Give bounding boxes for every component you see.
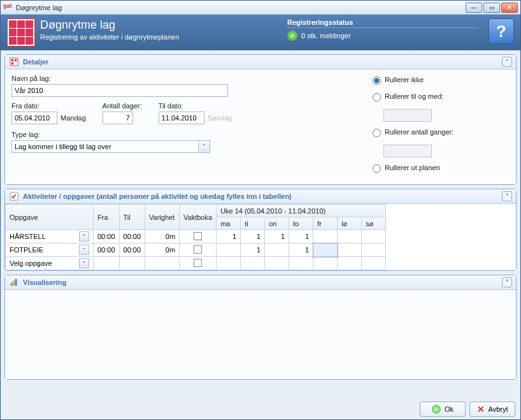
col-varighet[interactable]: Varighet <box>145 205 180 230</box>
rullerer-ut-radio[interactable]: Rullerer ut planen <box>369 163 510 173</box>
svg-rect-3 <box>11 62 14 65</box>
day-value-cell[interactable] <box>289 257 313 270</box>
col-fra[interactable]: Fra <box>94 205 120 230</box>
fra-cell[interactable]: 00:00 <box>94 243 120 257</box>
day-value-cell[interactable]: 1 <box>217 230 241 243</box>
aktiviteter-collapse[interactable]: ˄ <box>502 191 512 201</box>
task-grid: Oppgave Fra Til Varighet Vaktboka Uke 14… <box>5 204 386 270</box>
day-value-cell[interactable] <box>362 257 386 270</box>
day-value-cell[interactable] <box>241 257 265 270</box>
col-oppgave[interactable]: Oppgave <box>6 205 94 230</box>
calendar-icon <box>7 18 35 47</box>
vaktboka-cell[interactable] <box>180 230 217 243</box>
fra-dato-input[interactable] <box>11 112 57 124</box>
type-select[interactable] <box>11 140 199 153</box>
ok-button[interactable]: ✓ Ok <box>420 402 466 417</box>
day-value-cell[interactable]: 1 <box>241 243 265 257</box>
varighet-cell[interactable]: 0m <box>145 243 180 257</box>
type-dropdown-button[interactable]: ˅ <box>199 140 210 153</box>
day-value-cell[interactable] <box>338 257 362 270</box>
rullerer-antall-radio[interactable]: Rullerer antall ganger: <box>369 127 510 137</box>
vaktboka-cell[interactable] <box>180 243 217 257</box>
task-cell[interactable]: HÅRSTELL˅ <box>6 230 94 243</box>
footer: ✓ Ok ✕ Avbryt <box>420 402 515 417</box>
rullerer-ikke-radio[interactable]: Rullerer ikke <box>369 75 510 85</box>
day-value-cell[interactable]: 1 <box>241 230 265 243</box>
fra-cell[interactable]: 00:00 <box>94 230 120 243</box>
day-header[interactable]: to <box>289 217 313 230</box>
task-dropdown[interactable]: ˅ <box>79 231 89 242</box>
task-cell[interactable]: FOTPLEIE˅ <box>6 243 94 257</box>
type-label: Type lag: <box>11 131 369 138</box>
window: gat Døgnrytme lag — ▭ ✕ Døgnrytme lag Re… <box>0 0 521 420</box>
aktiviteter-header[interactable]: Aktiviteter / oppgaver (antall personer … <box>5 189 516 204</box>
svg-rect-2 <box>15 59 17 62</box>
day-value-cell[interactable]: 1 <box>289 243 313 257</box>
day-header[interactable]: fr <box>313 217 338 230</box>
week-header: Uke 14 (05.04.2010 - 11.04.2010) <box>217 205 386 217</box>
visualisering-collapse[interactable]: ˄ <box>502 277 512 287</box>
antall-label: Antall dager: <box>103 102 142 110</box>
day-value-cell[interactable] <box>313 230 338 243</box>
day-header[interactable]: sø <box>362 217 386 230</box>
ok-icon: ✓ <box>432 405 441 414</box>
navn-input[interactable] <box>11 84 228 97</box>
rullerer-til-radio[interactable]: Rullerer til og med: <box>369 91 510 101</box>
day-value-cell[interactable] <box>313 243 338 257</box>
day-value-cell[interactable] <box>338 230 362 243</box>
day-header[interactable]: on <box>265 217 289 230</box>
day-value-cell[interactable]: 1 <box>289 230 313 243</box>
visualisering-body <box>5 290 516 379</box>
task-dropdown[interactable]: ˅ <box>79 258 89 268</box>
status-title: Registreringsstatus <box>287 18 478 28</box>
detaljer-collapse[interactable]: ˄ <box>502 57 512 67</box>
rullerer-antall-input[interactable] <box>383 145 432 157</box>
day-value-cell[interactable] <box>362 243 386 257</box>
day-header[interactable]: ti <box>241 217 265 230</box>
day-header[interactable]: lø <box>338 217 362 230</box>
til-cell[interactable]: 00:00 <box>119 230 145 243</box>
day-value-cell[interactable] <box>362 230 386 243</box>
table-row: FOTPLEIE˅00:0000:000m11 <box>6 243 386 257</box>
visualisering-header[interactable]: Visualisering ˄ <box>5 275 516 290</box>
day-value-cell[interactable] <box>265 257 289 270</box>
vaktboka-checkbox[interactable] <box>194 232 202 240</box>
vaktboka-checkbox[interactable] <box>194 259 202 267</box>
status-ok-icon: ✓ <box>287 31 297 41</box>
til-dayname: Søndag <box>208 114 232 122</box>
page-subtitle: Registrering av aktiviteter i døgnrytmep… <box>40 33 179 41</box>
new-task-cell[interactable]: Velg oppgave˅ <box>6 257 94 270</box>
antall-input[interactable] <box>103 112 133 124</box>
col-til[interactable]: Til <box>119 205 145 230</box>
fra-dayname: Mandag <box>61 114 86 122</box>
content: Detaljer ˄ Navn på lag: Fra dato: Mandag <box>1 50 520 387</box>
detaljer-panel: Detaljer ˄ Navn på lag: Fra dato: Mandag <box>4 54 517 185</box>
detaljer-header[interactable]: Detaljer ˄ <box>5 55 516 69</box>
navn-label: Navn på lag: <box>11 75 369 82</box>
day-value-cell[interactable] <box>265 243 289 257</box>
aktiviteter-icon <box>9 191 19 201</box>
close-button[interactable]: ✕ <box>501 3 518 13</box>
day-value-cell[interactable] <box>217 243 241 257</box>
cancel-button[interactable]: ✕ Avbryt <box>469 402 515 417</box>
varighet-cell[interactable]: 0m <box>145 230 180 243</box>
col-vaktboka[interactable]: Vaktboka <box>180 205 217 230</box>
day-value-cell[interactable] <box>338 243 362 257</box>
minimize-button[interactable]: — <box>466 3 482 13</box>
til-cell[interactable]: 00:00 <box>119 243 145 257</box>
maximize-button[interactable]: ▭ <box>483 3 500 13</box>
rullerer-til-input[interactable] <box>383 109 432 122</box>
day-header[interactable]: ma <box>217 217 241 230</box>
til-dato-input[interactable] <box>159 112 204 124</box>
task-dropdown[interactable]: ˅ <box>79 245 89 255</box>
day-value-cell[interactable] <box>313 257 338 270</box>
fra-label: Fra dato: <box>11 102 86 110</box>
window-buttons: — ▭ ✕ <box>466 3 518 13</box>
header-panel: Døgnrytme lag Registrering av aktivitete… <box>1 15 520 50</box>
day-value-cell[interactable]: 1 <box>265 230 289 243</box>
help-button[interactable]: ? <box>489 18 514 44</box>
day-value-cell[interactable] <box>217 257 241 270</box>
vaktboka-checkbox[interactable] <box>194 245 202 254</box>
page-title: Døgnrytme lag <box>40 18 179 32</box>
detaljer-title: Detaljer <box>23 58 48 66</box>
